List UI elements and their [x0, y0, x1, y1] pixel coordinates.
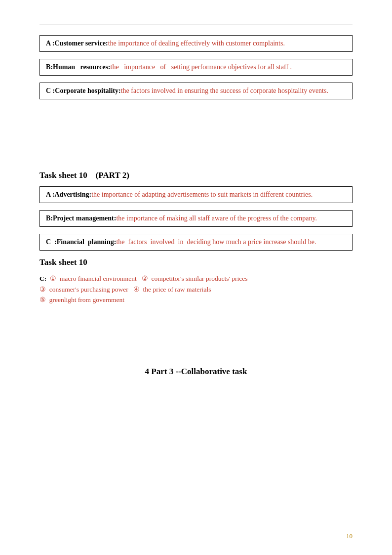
task-sheet-10-part2-heading: Task sheet 10 (PART 2): [39, 171, 353, 180]
answer-c-label: C:: [39, 275, 46, 282]
answer-item-3: ⑤ greenlight from government: [39, 296, 124, 303]
box-customer-service: A :Customer service:the importance of de…: [39, 35, 353, 52]
box-b-label: B:Human resources:: [46, 63, 111, 71]
box-a2-text: the importance of adapting advertisement…: [91, 191, 313, 198]
answer-item-2: ③ consumer's purchasing power ④ the pric…: [39, 286, 211, 293]
box-c2-label: C :Financial planning:: [46, 238, 116, 246]
page: A :Customer service:the importance of de…: [0, 0, 392, 555]
box-b2-label: B:Project management:: [46, 214, 116, 222]
box-c-label: C :Corporate hospitality:: [46, 87, 121, 94]
top-rule: [39, 25, 353, 25]
box-project-management: B:Project management:the importance of m…: [39, 210, 353, 227]
box-b2-text: the importance of making all staff aware…: [116, 214, 317, 222]
task-sheet-answers-label: Task sheet 10: [39, 257, 87, 267]
box-b-text: the importance of setting performance ob…: [111, 63, 292, 71]
task-sheet-part2-label: (PART 2): [96, 171, 129, 180]
box-financial-planning: C :Financial planning:the factors involv…: [39, 234, 353, 251]
part3-label: 4 Part 3 --Collaborative task: [145, 367, 247, 376]
box-c2-text: the factors involved in deciding how muc…: [116, 238, 316, 246]
answer-line-2: ③ consumer's purchasing power ④ the pric…: [39, 284, 353, 295]
spacer-2: [39, 312, 353, 352]
box-corporate-hospitality: C :Corporate hospitality:the factors inv…: [39, 83, 353, 99]
box-a-label: A :Customer service:: [46, 40, 108, 47]
box-a-text: the importance of dealing effectively wi…: [108, 40, 285, 47]
spacer-1: [39, 106, 353, 166]
answer-line-3: ⑤ greenlight from government: [39, 295, 353, 305]
task-sheet-10-answers-heading: Task sheet 10: [39, 257, 353, 267]
answer-section: C: ① macro financial environment ② compe…: [39, 273, 353, 305]
box-advertising: A :Advertising:the importance of adaptin…: [39, 186, 353, 203]
box-human-resources: B:Human resources:the importance of sett…: [39, 59, 353, 76]
task-sheet-heading-label: Task sheet 10: [39, 171, 87, 180]
box-a2-label: A :Advertising:: [46, 191, 91, 198]
part3-heading: 4 Part 3 --Collaborative task: [39, 367, 353, 377]
page-number: 10: [346, 532, 353, 540]
box-c-text: the factors involved in ensuring the suc…: [121, 87, 328, 94]
answer-item-1: ① macro financial environment ② competit…: [48, 275, 248, 282]
answer-line-1: C: ① macro financial environment ② compe…: [39, 273, 353, 284]
